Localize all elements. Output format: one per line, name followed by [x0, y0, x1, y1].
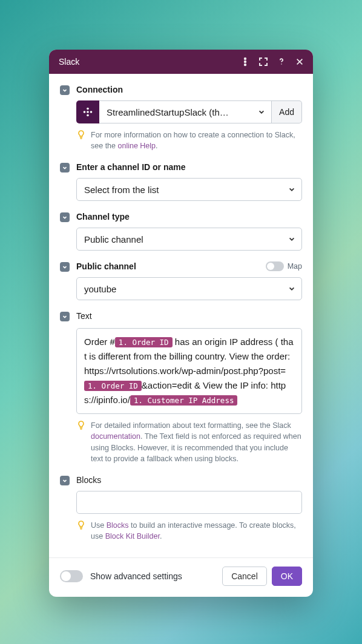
svg-rect-4	[84, 111, 86, 113]
toggle-knob	[267, 263, 274, 270]
blocks-hint-prefix: Use	[91, 521, 107, 530]
svg-rect-6	[90, 111, 93, 113]
public-channel-label: Public channel	[76, 261, 266, 271]
channel-id-select[interactable]: Select from the list	[76, 178, 302, 201]
slack-logo-icon	[76, 100, 99, 123]
blocks-hint-suffix: .	[160, 532, 162, 540]
connection-hint-suffix: .	[156, 142, 157, 150]
more-icon[interactable]	[240, 57, 250, 67]
variable-tag-order-id-1[interactable]: 1. Order ID	[115, 337, 173, 347]
modal-body: Connection StreamlinedStartupSlack (th… …	[49, 74, 313, 557]
advanced-toggle-group: Show advanced settings	[60, 570, 222, 582]
header-actions	[240, 57, 304, 67]
blocks-hint: Use Blocks to build an interactive messa…	[91, 520, 302, 542]
connection-section: Connection StreamlinedStartupSlack (th… …	[60, 85, 302, 151]
bulb-icon	[76, 130, 86, 151]
svg-rect-8	[87, 111, 89, 113]
connection-select[interactable]: StreamlinedStartupSlack (th…	[99, 100, 272, 123]
text-hint-prefix: For detailed information about text form…	[91, 421, 291, 430]
advanced-settings-toggle[interactable]	[60, 570, 83, 582]
variable-tag-customer-ip[interactable]: 1. Customer IP Address	[130, 395, 238, 406]
text-hint: For detailed information about text form…	[91, 420, 302, 464]
variable-tag-order-id-2[interactable]: 1. Order ID	[84, 381, 142, 391]
svg-point-1	[245, 61, 246, 62]
cancel-button[interactable]: Cancel	[222, 567, 267, 586]
text-part-1: Order #	[84, 337, 115, 347]
map-toggle-group: Map	[266, 261, 302, 271]
blocks-label: Blocks	[76, 475, 302, 485]
public-channel-select[interactable]: youtube	[76, 277, 302, 300]
blocks-input[interactable]	[76, 491, 302, 514]
text-section: Text Order #1. Order ID has an origin IP…	[60, 311, 302, 464]
bulb-icon	[76, 520, 86, 542]
modal-footer: Show advanced settings Cancel OK	[49, 557, 313, 597]
channel-id-value: Select from the list	[84, 185, 285, 195]
documentation-link[interactable]: documentation	[91, 432, 140, 441]
blocks-section: Blocks Use Blocks to build an interactiv…	[60, 475, 302, 542]
blocks-link[interactable]: Blocks	[107, 521, 129, 530]
slack-modal: Slack Connec	[49, 50, 313, 597]
ok-button[interactable]: OK	[272, 567, 302, 586]
add-connection-button[interactable]: Add	[272, 100, 302, 123]
bulb-icon	[76, 420, 86, 464]
collapse-toggle-text[interactable]	[60, 312, 70, 321]
block-kit-builder-link[interactable]: Block Kit Builder	[105, 532, 160, 540]
channel-id-section: Enter a channel ID or name Select from t…	[60, 162, 302, 201]
chevron-down-icon	[258, 107, 265, 117]
chevron-down-icon	[288, 234, 295, 245]
online-help-link[interactable]: online Help	[117, 142, 156, 150]
collapse-toggle-connection[interactable]	[60, 85, 70, 95]
svg-rect-5	[87, 108, 89, 110]
advanced-settings-label: Show advanced settings	[90, 571, 182, 581]
public-channel-section: Public channel Map youtube	[60, 261, 302, 300]
channel-id-label: Enter a channel ID or name	[76, 162, 302, 172]
public-channel-value: youtube	[84, 284, 285, 294]
channel-type-section: Channel type Public channel	[60, 212, 302, 251]
svg-rect-7	[87, 114, 89, 117]
expand-icon[interactable]	[258, 57, 268, 67]
chevron-down-icon	[288, 185, 295, 195]
collapse-toggle-channel-type[interactable]	[60, 212, 70, 222]
svg-point-0	[245, 58, 246, 59]
map-label: Map	[288, 262, 302, 271]
map-toggle[interactable]	[266, 261, 284, 271]
toggle-knob	[61, 571, 71, 581]
modal-header: Slack	[49, 50, 313, 74]
connection-value: StreamlinedStartupSlack (th…	[107, 107, 254, 117]
modal-title: Slack	[59, 57, 240, 67]
collapse-toggle-channel-id[interactable]	[60, 163, 70, 172]
channel-type-label: Channel type	[76, 212, 302, 222]
collapse-toggle-blocks[interactable]	[60, 476, 70, 485]
channel-type-value: Public channel	[84, 234, 285, 245]
close-icon[interactable]	[295, 57, 304, 67]
chevron-down-icon	[288, 284, 295, 294]
connection-label: Connection	[76, 85, 302, 94]
help-icon[interactable]	[277, 57, 286, 67]
text-input[interactable]: Order #1. Order ID has an origin IP addr…	[76, 328, 302, 414]
svg-point-2	[245, 64, 246, 65]
connection-hint: For more information on how to create a …	[91, 130, 302, 151]
collapse-toggle-public-channel[interactable]	[60, 262, 70, 272]
svg-point-3	[281, 64, 282, 65]
channel-type-select[interactable]: Public channel	[76, 228, 302, 251]
text-label: Text	[76, 311, 302, 321]
